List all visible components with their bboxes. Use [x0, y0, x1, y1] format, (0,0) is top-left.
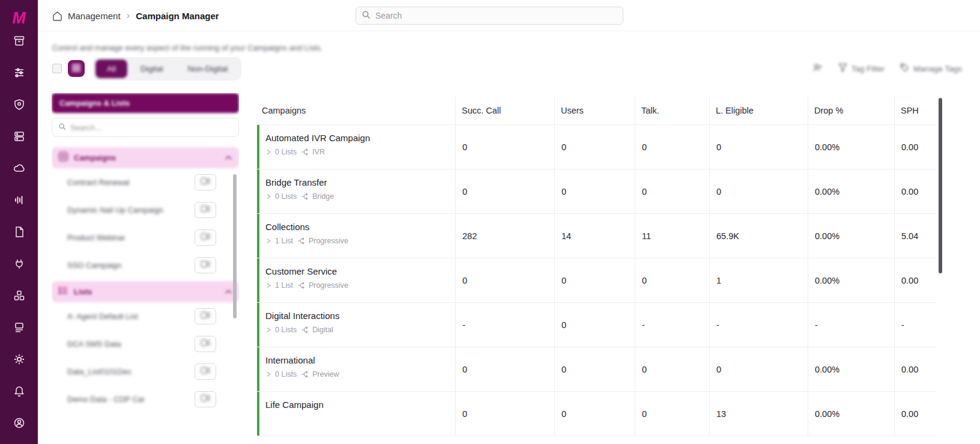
chevron-right-icon[interactable] — [265, 371, 271, 377]
gear-icon[interactable] — [13, 353, 25, 365]
manage-tags-button[interactable]: Manage Tags — [900, 63, 962, 74]
campaign-name[interactable]: International — [265, 355, 315, 365]
filter-digital-button[interactable]: Digital — [129, 59, 175, 78]
list-item[interactable]: A: Agent Default List — [52, 302, 239, 330]
campaign-name[interactable]: Customer Service — [265, 266, 337, 276]
document-icon[interactable] — [13, 226, 25, 238]
campaign-name[interactable]: Digital Interactions — [265, 311, 339, 321]
campaign-name[interactable]: Automated IVR Campaign — [265, 133, 370, 143]
app-logo[interactable]: M — [12, 6, 26, 30]
lists-section-header[interactable]: Lists — [52, 281, 239, 302]
dialer-button[interactable] — [195, 308, 216, 324]
global-search-input[interactable] — [375, 11, 617, 20]
user-icon[interactable] — [13, 417, 25, 429]
filter-all-button[interactable]: All — [95, 59, 127, 78]
cell-drop: 0.00% — [808, 214, 894, 258]
dialer-button[interactable] — [195, 257, 216, 273]
cell-l-eligible: 13 — [709, 392, 808, 436]
table-row[interactable]: Life Campaign 0 0 0 13 0.00% 0.00 — [257, 392, 937, 436]
campaign-name[interactable]: Bridge Transfer — [265, 177, 327, 187]
chevron-right-icon[interactable] — [265, 238, 271, 244]
channel-filter-group: All Digital Non-Digital — [93, 57, 241, 81]
global-search[interactable] — [355, 7, 623, 25]
bell-icon[interactable] — [13, 385, 25, 397]
sliders-icon[interactable] — [13, 67, 25, 79]
table-row[interactable]: Bridge Transfer 0 ListsBridge 0 0 0 0 0.… — [257, 169, 937, 214]
campaign-item[interactable]: Product Webinar — [52, 224, 239, 251]
lists-count[interactable]: 0 Lists — [275, 192, 297, 201]
archive-icon[interactable] — [13, 35, 25, 47]
view-toggle-button[interactable] — [68, 60, 85, 77]
cell-users: 0 — [554, 347, 635, 391]
lists-count[interactable]: 0 Lists — [275, 148, 297, 156]
campaigns-lists-panel: Campaigns & Lists Campaigns Contract Ren… — [52, 93, 239, 444]
filter-non-digital-button[interactable]: Non-Digital — [177, 59, 240, 78]
cell-drop: 0.00% — [808, 125, 894, 169]
cell-users: 0 — [554, 303, 635, 347]
table-row[interactable]: Digital Interactions 0 ListsDigital - 0 … — [257, 303, 937, 347]
campaign-item[interactable]: SSO Campaign — [52, 251, 239, 279]
dialer-button[interactable] — [195, 202, 216, 218]
dialer-button[interactable] — [195, 174, 216, 190]
list-item[interactable]: Demo Data - CDP Car — [52, 385, 239, 413]
tag-filter-button[interactable]: Tag Filter — [838, 63, 885, 74]
server-icon[interactable] — [13, 130, 25, 142]
cards-icon[interactable] — [13, 321, 25, 333]
funnel-icon — [838, 63, 847, 74]
cell-talk: 11 — [635, 214, 709, 258]
lists-icon — [58, 286, 68, 297]
cell-succ-call: 0 — [455, 258, 554, 302]
chevron-right-icon[interactable] — [265, 282, 271, 288]
scrollbar-thumb[interactable] — [939, 98, 942, 273]
chevron-right-icon[interactable] — [265, 327, 271, 333]
app-root: M Management › Campaign Manager — [0, 0, 980, 444]
select-all-checkbox[interactable] — [52, 64, 62, 73]
call-split-icon — [300, 326, 309, 334]
dialer-button[interactable] — [195, 336, 216, 352]
puzzle-icon[interactable] — [13, 290, 25, 302]
home-icon[interactable] — [52, 11, 62, 21]
cell-l-eligible: - — [709, 303, 808, 347]
panel-search[interactable] — [52, 118, 239, 137]
breadcrumb-section[interactable]: Management — [68, 11, 121, 21]
campaigns-icon — [58, 151, 68, 164]
assign-user-button[interactable] — [812, 62, 823, 75]
campaign-item[interactable]: Dynamic Nail Up Campaign — [52, 196, 239, 224]
campaign-type: Progressive — [309, 237, 348, 245]
dialer-button[interactable] — [195, 230, 216, 246]
column-header: Campaigns — [257, 96, 455, 124]
lists-count[interactable]: 0 Lists — [275, 370, 297, 379]
chevron-right-icon[interactable] — [265, 149, 271, 155]
table-row[interactable]: Customer Service 1 ListProgressive 0 0 0… — [257, 258, 937, 303]
cell-succ-call: 0 — [455, 169, 554, 213]
chevron-up-icon[interactable] — [225, 289, 232, 294]
cell-talk: 0 — [635, 347, 709, 391]
scrollbar-thumb[interactable] — [233, 174, 237, 318]
table-row[interactable]: Collections 1 ListProgressive 282 14 11 … — [257, 214, 937, 258]
voice-icon[interactable] — [13, 194, 25, 206]
campaigns-section-header[interactable]: Campaigns — [52, 147, 239, 168]
dialer-button[interactable] — [195, 391, 216, 407]
lists-count[interactable]: 1 List — [275, 237, 293, 245]
table-row[interactable]: Automated IVR Campaign 0 ListsIVR 0 0 0 … — [257, 125, 937, 169]
campaign-item[interactable]: Contract Renewal — [52, 168, 239, 196]
cell-l-eligible: 65.9K — [709, 214, 808, 258]
plug-icon[interactable] — [13, 258, 25, 270]
panel-search-input[interactable] — [70, 123, 232, 132]
campaign-name[interactable]: Collections — [265, 222, 309, 232]
cell-l-eligible: 0 — [709, 169, 808, 213]
lists-count[interactable]: 1 List — [275, 281, 293, 290]
cloud-icon[interactable] — [13, 162, 25, 174]
cell-talk: 0 — [635, 169, 709, 213]
dialer-button[interactable] — [195, 363, 216, 380]
lists-count[interactable]: 0 Lists — [275, 326, 297, 334]
list-item[interactable]: DCA SMS Data — [52, 330, 239, 357]
column-header: Succ. Call — [455, 96, 554, 124]
list-item[interactable]: Data_List0101Dec — [52, 357, 239, 385]
chevron-up-icon[interactable] — [225, 155, 232, 160]
campaign-name[interactable]: Life Campaign — [265, 400, 324, 410]
chevron-right-icon[interactable] — [265, 193, 271, 199]
shield-icon[interactable] — [13, 99, 25, 111]
table-row[interactable]: International 0 ListsPreview 0 0 0 0 0.0… — [257, 347, 937, 392]
cell-sph: - — [894, 303, 937, 347]
